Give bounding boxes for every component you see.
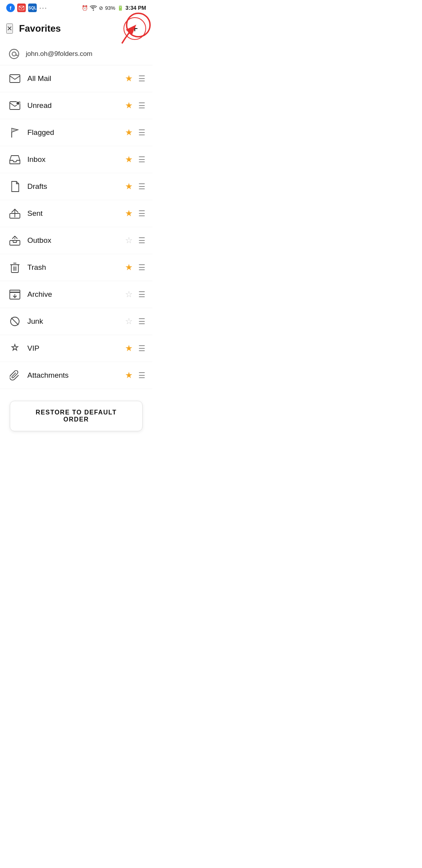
- mail-item-label: Trash: [22, 263, 125, 272]
- mail-item-label: VIP: [22, 344, 125, 353]
- at-icon: [8, 48, 20, 60]
- header-left: × Favorites: [6, 23, 61, 34]
- mail-item-label: Drafts: [22, 182, 125, 191]
- account-email: john.oh@9folders.com: [26, 50, 92, 58]
- drag-handle[interactable]: ☰: [138, 344, 145, 352]
- star-toggle[interactable]: ★: [125, 262, 133, 273]
- alarm-icon: ⏰: [82, 5, 88, 11]
- mail-item[interactable]: Sent★☰: [0, 200, 152, 227]
- more-apps-icon: ···: [39, 4, 48, 12]
- mail-item-label: Inbox: [22, 155, 125, 164]
- drag-handle[interactable]: ☰: [138, 264, 145, 271]
- status-bar: f SQL ··· ⏰ ⊘ 93% 🔋 3:34 PM: [0, 0, 152, 14]
- header: × Favorites +: [0, 14, 152, 43]
- drag-handle[interactable]: ☰: [138, 210, 145, 217]
- mail-item-label: Unread: [22, 101, 125, 110]
- junk-icon: [8, 314, 22, 328]
- flagged-icon: [8, 126, 22, 140]
- star-toggle[interactable]: ☆: [125, 235, 133, 246]
- star-toggle[interactable]: ★: [125, 370, 133, 380]
- sql-status-icon: SQL: [28, 4, 37, 12]
- trash-icon: [8, 260, 22, 274]
- mail-item-label: All Mail: [22, 74, 125, 83]
- dnd-icon: ⊘: [99, 5, 103, 11]
- svg-rect-4: [10, 75, 20, 82]
- all-mail-icon: [8, 72, 22, 86]
- wifi-icon: [90, 5, 97, 11]
- star-toggle[interactable]: ★: [125, 181, 133, 192]
- star-toggle[interactable]: ★: [125, 127, 133, 138]
- mail-item[interactable]: Archive☆☰: [0, 281, 152, 308]
- archive-icon: [8, 287, 22, 301]
- mail-item-label: Attachments: [22, 371, 125, 380]
- mail-item-label: Junk: [22, 317, 125, 326]
- mail-item[interactable]: Drafts★☰: [0, 173, 152, 200]
- mail-item[interactable]: Attachments★☰: [0, 362, 152, 389]
- svg-rect-8: [10, 240, 20, 245]
- mail-item[interactable]: Junk☆☰: [0, 308, 152, 335]
- star-toggle[interactable]: ☆: [125, 316, 133, 326]
- restore-default-order-button[interactable]: RESTORE TO DEFAULT ORDER: [10, 401, 143, 431]
- svg-point-6: [16, 102, 20, 105]
- mail-item-label: Sent: [22, 209, 125, 218]
- drag-handle[interactable]: ☰: [138, 291, 145, 298]
- bottom-section: RESTORE TO DEFAULT ORDER: [0, 389, 152, 439]
- mail-item-label: Outbox: [22, 236, 125, 245]
- svg-point-3: [12, 52, 16, 56]
- outbox-icon: [8, 233, 22, 247]
- mail-items-list: All Mail★☰ Unread★☰ Flagged★☰ Inbox★☰ Dr…: [0, 65, 152, 389]
- attachments-icon: [8, 368, 22, 382]
- mail-item[interactable]: Unread★☰: [0, 92, 152, 119]
- vip-icon: [8, 341, 22, 355]
- add-button-wrapper: +: [123, 17, 146, 40]
- mail-item[interactable]: All Mail★☰: [0, 65, 152, 92]
- drag-handle[interactable]: ☰: [138, 317, 145, 325]
- inbox-icon: [8, 152, 22, 167]
- mail-item-label: Flagged: [22, 128, 125, 137]
- star-toggle[interactable]: ★: [125, 208, 133, 219]
- star-toggle[interactable]: ★: [125, 100, 133, 111]
- star-toggle[interactable]: ☆: [125, 289, 133, 299]
- battery-icon: 🔋: [117, 5, 123, 11]
- drafts-icon: [8, 179, 22, 194]
- status-left-icons: f SQL ···: [6, 4, 48, 12]
- mail-item[interactable]: Outbox☆☰: [0, 227, 152, 254]
- time-display: 3:34 PM: [125, 5, 146, 11]
- status-right: ⏰ ⊘ 93% 🔋 3:34 PM: [82, 5, 146, 11]
- add-favorite-button[interactable]: +: [123, 17, 146, 40]
- star-toggle[interactable]: ★: [125, 74, 133, 84]
- drag-handle[interactable]: ☰: [138, 156, 145, 163]
- close-button[interactable]: ×: [6, 23, 13, 34]
- mail-item[interactable]: Inbox★☰: [0, 146, 152, 173]
- facebook-icon: f: [6, 4, 15, 12]
- battery-text: 93%: [105, 5, 115, 11]
- drag-handle[interactable]: ☰: [138, 129, 145, 136]
- mail-item[interactable]: Flagged★☰: [0, 119, 152, 146]
- mail-item[interactable]: VIP★☰: [0, 335, 152, 362]
- star-toggle[interactable]: ★: [125, 343, 133, 353]
- drag-handle[interactable]: ☰: [138, 183, 145, 190]
- drag-handle[interactable]: ☰: [138, 371, 145, 379]
- drag-handle[interactable]: ☰: [138, 75, 145, 82]
- account-row: john.oh@9folders.com: [0, 43, 152, 65]
- drag-handle[interactable]: ☰: [138, 102, 145, 109]
- mail-item[interactable]: Trash★☰: [0, 254, 152, 281]
- drag-handle[interactable]: ☰: [138, 237, 145, 244]
- mail-item-label: Archive: [22, 290, 125, 299]
- svg-point-2: [9, 49, 19, 59]
- email-status-icon: [17, 4, 26, 12]
- unread-icon: [8, 99, 22, 113]
- sent-icon: [8, 206, 22, 221]
- star-toggle[interactable]: ★: [125, 154, 133, 165]
- page-title: Favorites: [19, 23, 61, 34]
